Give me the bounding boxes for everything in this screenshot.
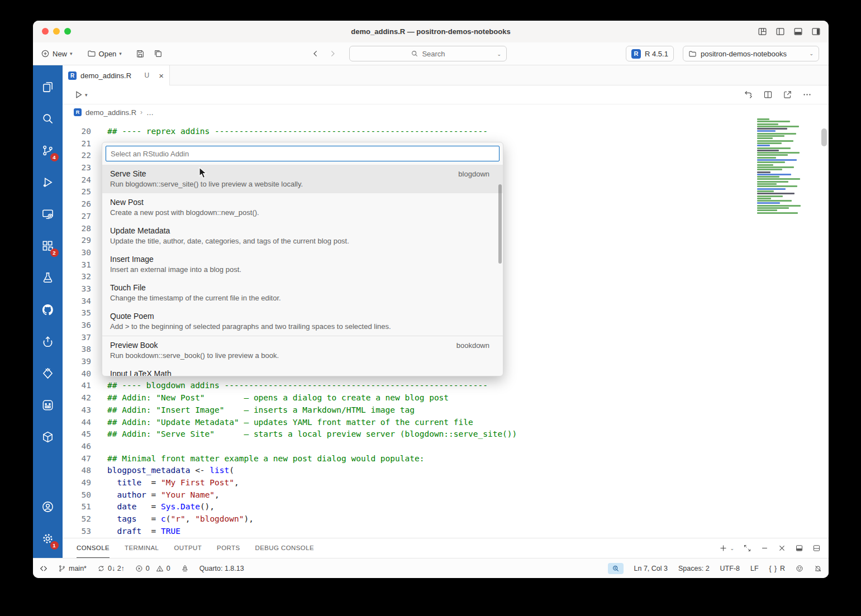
new-button[interactable]: New▾: [37, 47, 77, 60]
line-number: 32: [63, 271, 91, 283]
line-number: 27: [63, 211, 91, 223]
run-options-chevron-icon[interactable]: ▾: [85, 92, 88, 98]
minimap-line: [757, 195, 783, 197]
git-branch-status[interactable]: main*: [58, 565, 87, 572]
addin-item[interactable]: Touch FileChange the timestamp of the cu…: [102, 279, 503, 307]
publish-icon[interactable]: [38, 326, 58, 357]
addin-item[interactable]: Insert ImageInsert an external image int…: [102, 250, 503, 279]
github-icon[interactable]: [38, 294, 58, 326]
addin-item[interactable]: Update MetadataUpdate the title, author,…: [102, 222, 503, 250]
addin-title: Insert Image: [110, 255, 154, 264]
restore-panel-layout-icon[interactable]: [795, 544, 803, 552]
new-console-plus-icon[interactable]: [719, 544, 727, 552]
eol-status[interactable]: LF: [750, 565, 759, 572]
panel-tab-terminal[interactable]: TERMINAL: [125, 538, 159, 558]
navigate-forward-icon[interactable]: [326, 47, 339, 60]
addin-item[interactable]: Serve SiteblogdownRun blogdown::serve_si…: [102, 165, 503, 193]
testing-beaker-icon[interactable]: [38, 262, 58, 294]
breadcrumb-more[interactable]: …: [146, 108, 154, 117]
package-cube-icon[interactable]: [38, 421, 58, 453]
minimap-line: [757, 205, 801, 207]
console-options-chevron-icon[interactable]: ⌄: [730, 546, 734, 551]
minimap-line: [757, 121, 790, 122]
minimize-panel-icon[interactable]: [760, 544, 769, 552]
git-sync-status[interactable]: 0↓ 2↑: [97, 565, 125, 572]
panel-layout-icon[interactable]: [812, 544, 821, 552]
customize-layout-icon[interactable]: [758, 27, 767, 36]
warning-count: 0: [167, 565, 170, 572]
line-number: 26: [63, 198, 91, 211]
addin-title: Input LaTeX Math: [110, 369, 172, 376]
interpreter-r-version-button[interactable]: R R 4.5.1: [626, 46, 674, 61]
maximize-panel-icon[interactable]: [743, 544, 751, 552]
sessions-icon[interactable]: [38, 198, 58, 230]
global-search-input[interactable]: Search ⌄: [349, 46, 507, 61]
addin-filter-input[interactable]: [106, 146, 500, 161]
minimap-line: [757, 154, 788, 156]
minimap-line: [757, 118, 769, 120]
search-icon[interactable]: [38, 103, 58, 135]
language-mode-status[interactable]: { } R: [769, 565, 785, 572]
more-actions-icon[interactable]: [802, 90, 812, 99]
editor-scrollbar-thumb[interactable]: [821, 128, 827, 146]
panel-tab-output[interactable]: OUTPUT: [174, 538, 202, 558]
addin-item[interactable]: Preview BookbookdownRun bookdown::serve_…: [102, 336, 503, 365]
minimap-line: [757, 137, 773, 139]
save-all-icon[interactable]: [151, 47, 165, 60]
close-panel-icon[interactable]: [778, 544, 786, 552]
toggle-primary-sidebar-icon[interactable]: [776, 27, 785, 36]
addin-item[interactable]: New PostCreate a new post with blogdown:…: [102, 193, 503, 222]
line-content: ## Addin: "New Post" — opens a dialog to…: [91, 392, 449, 404]
line-number: 23: [63, 162, 91, 174]
navigate-back-icon[interactable]: [309, 47, 322, 60]
source-control-icon[interactable]: 4: [38, 135, 58, 166]
open-button[interactable]: Open▾: [83, 47, 126, 60]
encoding-status[interactable]: UTF-8: [720, 565, 740, 572]
problems-status[interactable]: 0 0: [135, 565, 170, 572]
line-number: 41: [63, 380, 91, 392]
run-file-icon[interactable]: [74, 90, 83, 99]
line-content: ## ---- reprex addins ------------------…: [91, 126, 488, 138]
workspace-folder-button[interactable]: positron-demos-notebooks ⌄: [683, 46, 819, 61]
compare-changes-icon[interactable]: [744, 90, 753, 99]
tab-close-icon[interactable]: ×: [159, 71, 164, 80]
rocket-icon[interactable]: [181, 565, 189, 572]
addin-item[interactable]: Input LaTeX Math: [102, 365, 503, 376]
open-in-new-window-icon[interactable]: [783, 90, 792, 99]
quickpick-scrollbar-thumb[interactable]: [498, 184, 502, 264]
addin-item[interactable]: Quote PoemAdd > to the beginning of sele…: [102, 307, 503, 336]
split-editor-icon[interactable]: [763, 90, 773, 99]
minimap-line: [757, 176, 779, 178]
tab-demo-addins[interactable]: R demo_addins.R U ×: [63, 65, 170, 85]
panel-tab-console[interactable]: CONSOLE: [77, 538, 110, 558]
line-number: 53: [63, 526, 91, 538]
breadcrumb[interactable]: R demo_addins.R › …: [63, 104, 829, 120]
run-debug-icon[interactable]: [38, 166, 58, 198]
breadcrumb-file[interactable]: demo_addins.R: [85, 108, 136, 117]
panel-tab-debug-console[interactable]: DEBUG CONSOLE: [255, 538, 315, 558]
code-line: 43## Addin: "Insert Image" — inserts a M…: [63, 404, 829, 417]
assistant-diamond-icon[interactable]: [38, 357, 58, 389]
addin-title: New Post: [110, 198, 144, 207]
remote-indicator[interactable]: [40, 565, 47, 572]
save-icon[interactable]: [134, 47, 147, 60]
panel-tab-ports[interactable]: PORTS: [217, 538, 240, 558]
extensions-icon[interactable]: 2: [38, 230, 58, 262]
notifications-bell-icon[interactable]: [814, 565, 822, 572]
indentation-status[interactable]: Spaces: 2: [678, 565, 710, 572]
settings-gear-icon[interactable]: 1: [38, 523, 58, 555]
line-number: 34: [63, 295, 91, 308]
toggle-panel-icon[interactable]: [793, 27, 803, 36]
feedback-smiley-icon[interactable]: [796, 565, 803, 572]
minimap-line: [757, 171, 770, 173]
minimap[interactable]: [757, 118, 806, 214]
explorer-icon[interactable]: [38, 71, 58, 103]
status-bar: main* 0↓ 2↑ 0 0 Quarto: 1.8.13 Ln 7, Col…: [33, 558, 829, 578]
toggle-secondary-sidebar-icon[interactable]: [811, 27, 821, 36]
quarto-version-status[interactable]: Quarto: 1.8.13: [199, 565, 244, 572]
cursor-position-status[interactable]: Ln 7, Col 3: [634, 565, 668, 572]
assistant-face-icon[interactable]: [38, 389, 58, 421]
account-icon[interactable]: [38, 491, 58, 523]
addin-description: Change the timestamp of the current file…: [110, 294, 489, 302]
zoom-indicator[interactable]: [608, 563, 624, 574]
